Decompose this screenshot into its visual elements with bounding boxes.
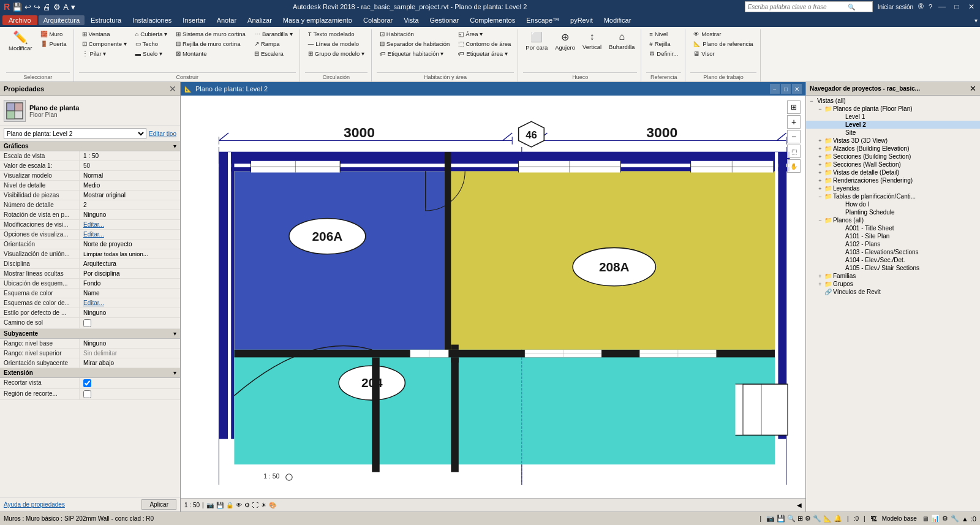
nav-toggle-leyendas[interactable]: + [816, 186, 824, 192]
visualizar-value[interactable]: Normal [80, 171, 180, 180]
nav-level-1[interactable]: Level 1 [806, 113, 980, 121]
nav-toggle-detail[interactable]: + [816, 170, 824, 176]
vbar-settings-icon[interactable]: ⚙ [244, 502, 250, 508]
nav-alzados[interactable]: + 📁 Alzados (Building Elevation) [806, 145, 980, 153]
quick-access-more[interactable]: ▾ [71, 2, 75, 12]
quick-access-save[interactable]: 💾 [12, 2, 22, 12]
ribbon-btn-modificar[interactable]: ✏️ Modificar [6, 29, 35, 53]
btn-componente[interactable]: ⊡Componente ▾ [79, 39, 130, 48]
btn-rejilla-muro[interactable]: ⊟Rejilla de muro cortina [173, 39, 249, 48]
menu-insertar[interactable]: Insertar [178, 15, 210, 25]
nav-site[interactable]: Site [806, 129, 980, 137]
btn-pilar[interactable]: ⋮Pilar ▾ [79, 49, 130, 58]
btn-por-cara[interactable]: ⬜ Por cara [523, 29, 550, 53]
ocultas-value[interactable]: Por disciplina [80, 269, 180, 278]
nav-detail[interactable]: + 📁 Vistas de detalle (Detail) [806, 168, 980, 176]
nav-toggle-vistas[interactable]: − [807, 98, 816, 104]
search-options[interactable]: ⚙ [857, 4, 862, 10]
btn-definir[interactable]: ⚙Definir... [646, 49, 681, 58]
menu-masa[interactable]: Masa y emplazamiento [278, 15, 357, 25]
menu-instalaciones[interactable]: Instalaciones [127, 15, 176, 25]
props-type-select[interactable]: Plano de planta: Level 2 [4, 128, 146, 139]
nav-a103[interactable]: A103 - Elevations/Sections [806, 248, 980, 256]
btn-grupo-modelo[interactable]: ⊞Grupo de modelo ▾ [305, 49, 368, 58]
btn-buhardilla[interactable]: ⌂ Buhardilla [606, 29, 637, 52]
nav-toggle-wsection[interactable]: + [816, 162, 824, 168]
nav-tablas[interactable]: − 📁 Tablas de planificación/Canti... [806, 192, 980, 200]
sign-in-btn[interactable]: Iniciar sesión [878, 4, 913, 10]
properties-close-btn[interactable]: ✕ [169, 84, 176, 94]
nav-a105[interactable]: A105 - Elev./ Stair Sections [806, 264, 980, 272]
quick-access-annotate[interactable]: A [63, 2, 69, 12]
region-recorte-checkbox[interactable] [83, 390, 91, 398]
vbar-save-icon[interactable]: 💾 [216, 502, 224, 508]
esquema-color-value[interactable]: Name [80, 289, 180, 298]
nav-a102[interactable]: A102 - Plans [806, 240, 980, 248]
status-right-icon-1[interactable]: 🖥 [922, 515, 929, 523]
btn-texto-modelado[interactable]: TTexto modelado [305, 29, 368, 39]
menu-estructura[interactable]: Estructura [86, 15, 126, 25]
quick-access-redo[interactable]: ↪ [34, 2, 40, 12]
vbar-expand-icon[interactable]: ⛶ [252, 502, 258, 508]
props-section-subyacente[interactable]: Subyacente ▾ [0, 329, 180, 339]
disciplina-value[interactable]: Arquitectura [80, 259, 180, 268]
vbar-camera-icon[interactable]: 📷 [206, 502, 214, 508]
btn-rampa[interactable]: ↗Rampa [251, 39, 296, 48]
btn-agujero[interactable]: ⊕ Agujero [552, 29, 578, 53]
visibilidad-value[interactable]: Mostrar original [80, 191, 180, 200]
orient-sub-value[interactable]: Mirar abajo [80, 358, 180, 368]
search-input[interactable] [748, 4, 846, 10]
detalle-value[interactable]: Medio [80, 181, 180, 190]
zoom-window-btn[interactable]: ⬚ [787, 145, 801, 158]
btn-montante[interactable]: ⊠Montante [173, 49, 249, 58]
rotacion-value[interactable]: Ninguno [80, 210, 180, 219]
btn-rejilla[interactable]: #Rejilla [646, 39, 681, 48]
menu-archivo[interactable]: Archivo [2, 15, 37, 25]
minimize-btn[interactable]: — [937, 2, 947, 12]
menu-analizar[interactable]: Analizar [243, 15, 277, 25]
status-icon-3[interactable]: 🔍 [787, 515, 796, 523]
props-help-link[interactable]: Ayuda de propiedades [4, 501, 65, 508]
btn-separador[interactable]: ⊟Separador de habitación [377, 39, 453, 48]
nav-rendering[interactable]: + 📁 Renderizaciones (Rendering) [806, 176, 980, 184]
menu-complementos[interactable]: Complementos [465, 15, 520, 25]
nav-familias[interactable]: + 📁 Familias [806, 272, 980, 280]
nav-toggle-rendering[interactable]: + [816, 178, 824, 184]
menu-anotar[interactable]: Anotar [212, 15, 241, 25]
btn-visor[interactable]: 🖥Visor [690, 49, 756, 58]
btn-linea-modelo[interactable]: —Línea de modelo [305, 39, 368, 48]
nav-toggle-familias[interactable]: + [816, 273, 824, 279]
canvas-maximize-btn[interactable]: □ [781, 84, 791, 94]
zoom-out-btn[interactable]: − [787, 130, 801, 143]
status-icon-6[interactable]: 🔧 [813, 515, 821, 523]
quick-access-settings[interactable]: ⚙ [53, 2, 61, 12]
escala-value[interactable]: 1 : 50 [80, 151, 180, 161]
nivel-base-value[interactable]: Ninguno [80, 339, 180, 348]
nav-toggle-tablas[interactable]: − [816, 194, 824, 200]
btn-escalera[interactable]: ⊟Escalera [251, 49, 296, 58]
vbar-lock-icon[interactable]: 🔒 [226, 502, 233, 508]
btn-techo[interactable]: ▭Techo [132, 39, 170, 48]
vbar-arrow[interactable]: ◀ [797, 502, 802, 508]
menu-pyrevit[interactable]: pyRevit [565, 15, 598, 25]
zoom-in-btn[interactable]: + [787, 115, 801, 129]
btn-area[interactable]: ◱Área ▾ [455, 29, 514, 39]
quick-access-undo[interactable]: ↩ [24, 2, 31, 12]
num-detalle-value[interactable]: 2 [80, 200, 180, 210]
btn-mostrar[interactable]: 👁Mostrar [690, 29, 756, 39]
props-apply-btn[interactable]: Aplicar [141, 499, 176, 510]
canvas-close-btn[interactable]: ✕ [792, 84, 802, 94]
btn-cubierta[interactable]: ⌂Cubierta ▾ [132, 29, 170, 39]
props-edit-tipo[interactable]: Editar tipo [149, 130, 176, 137]
ribbon-btn-puerta[interactable]: 🚪Puerta [37, 39, 70, 48]
recortar-checkbox[interactable] [83, 379, 91, 387]
btn-nivel[interactable]: ≡Nivel [646, 29, 681, 39]
menu-enscape[interactable]: Enscape™ [521, 15, 564, 25]
nav-wall-section[interactable]: + 📁 Secciones (Wall Section) [806, 161, 980, 168]
ribbon-btn-muro[interactable]: 🧱Muro [37, 29, 70, 39]
btn-vertical[interactable]: ↕ Vertical [580, 29, 604, 52]
help-btn[interactable]: ? [929, 3, 932, 10]
nav-toggle-3d[interactable]: + [816, 138, 824, 144]
nav-grupos[interactable]: + 📁 Grupos [806, 280, 980, 288]
status-right-icon-5[interactable]: :0 [971, 515, 976, 523]
